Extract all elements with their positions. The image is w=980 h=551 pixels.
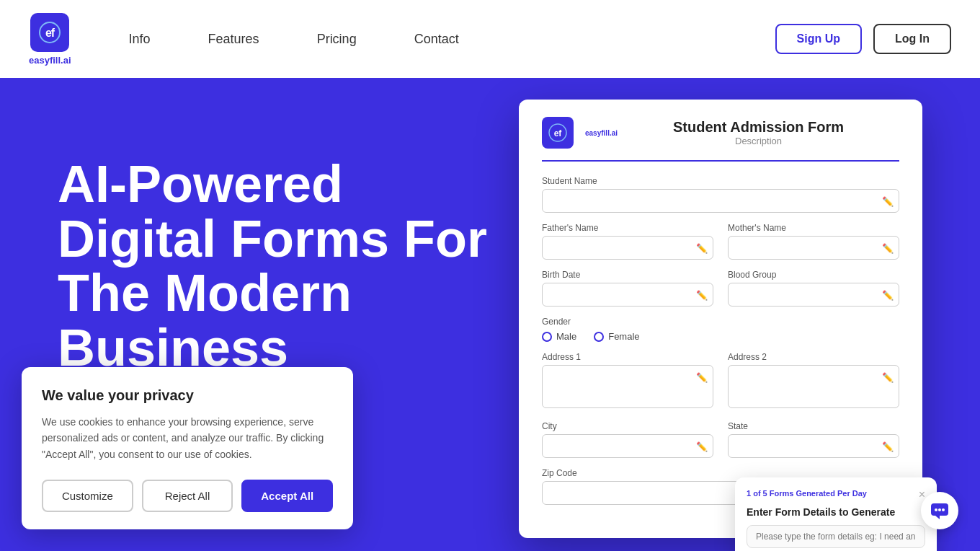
svg-point-7 <box>938 508 941 511</box>
gender-options: Male Female <box>542 331 899 342</box>
gender-male[interactable]: Male <box>542 331 576 342</box>
gender-female[interactable]: Female <box>594 331 639 342</box>
chat-bubble[interactable] <box>921 492 958 529</box>
city-input[interactable] <box>542 434 713 458</box>
father-name-label: Father's Name <box>542 223 713 233</box>
edit-icon: ✏️ <box>882 195 894 206</box>
form-field-gender: Gender Male Female <box>542 317 899 342</box>
nav-contact[interactable]: Contact <box>414 32 459 47</box>
ai-popup-title: Enter Form Details to Generate <box>747 506 925 518</box>
nav-features[interactable]: Features <box>208 32 259 47</box>
zip-label: Zip Code <box>542 468 899 478</box>
address2-label: Address 2 <box>728 352 899 362</box>
radio-female[interactable] <box>594 332 604 342</box>
edit-icon-city: ✏️ <box>696 441 708 451</box>
form-logo-text: easyfill.ai <box>585 129 618 137</box>
svg-text:ef: ef <box>554 128 563 138</box>
signup-button[interactable]: Sign Up <box>775 24 862 54</box>
edit-icon-birth: ✏️ <box>696 289 708 300</box>
form-row-address: Address 1 ✏️ Address 2 ✏️ <box>542 352 899 411</box>
address1-label: Address 1 <box>542 352 713 362</box>
form-field-city: City ✏️ <box>542 421 713 458</box>
mother-name-label: Mother's Name <box>728 223 899 233</box>
state-input[interactable] <box>728 434 899 458</box>
nav-pricing[interactable]: Pricing <box>317 32 357 47</box>
customize-button[interactable]: Customize <box>42 480 133 512</box>
address1-input[interactable] <box>542 365 713 408</box>
nav-info[interactable]: Info <box>129 32 151 47</box>
reject-all-button[interactable]: Reject All <box>142 480 233 512</box>
edit-icon-mother: ✏️ <box>882 242 894 253</box>
login-button[interactable]: Log In <box>873 24 951 54</box>
form-field-blood-group: Blood Group ✏️ <box>728 270 899 307</box>
logo[interactable]: ef easyfill.ai <box>29 13 71 66</box>
form-preview-wrap: ef easyfill.ai Student Admission Form De… <box>504 100 937 538</box>
chat-bubble-icon <box>930 501 950 521</box>
accept-all-button[interactable]: Accept All <box>241 480 333 512</box>
edit-icon-state: ✏️ <box>882 441 894 451</box>
hero-text: AI-Powered Digital Forms For The Modern … <box>58 114 504 404</box>
birth-date-input[interactable] <box>542 283 713 307</box>
edit-icon-addr1: ✏️ <box>696 372 708 383</box>
svg-text:ef: ef <box>45 27 55 39</box>
gender-female-label: Female <box>608 331 639 342</box>
form-field-student-name: Student Name ✏️ <box>542 176 899 213</box>
form-row-parents: Father's Name ✏️ Mother's Name ✏️ <box>542 223 899 260</box>
gender-male-label: Male <box>556 331 576 342</box>
father-name-input[interactable] <box>542 236 713 260</box>
header: ef easyfill.ai Info Features Pricing Con… <box>0 0 980 78</box>
cookie-actions: Customize Reject All Accept All <box>42 480 333 512</box>
cookie-banner: We value your privacy We use cookies to … <box>22 367 353 529</box>
form-row-city-state: City ✏️ State ✏️ <box>542 421 899 458</box>
form-field-address2: Address 2 ✏️ <box>728 352 899 411</box>
form-card: ef easyfill.ai Student Admission Form De… <box>519 100 922 538</box>
hero-title: AI-Powered Digital Forms For The Modern … <box>58 157 504 375</box>
ai-input[interactable] <box>747 525 925 548</box>
form-field-father: Father's Name ✏️ <box>542 223 713 260</box>
ai-popup-header: 1 of 5 Forms Generated Per Day × <box>747 489 925 501</box>
svg-point-8 <box>942 508 945 511</box>
form-field-mother: Mother's Name ✏️ <box>728 223 899 260</box>
form-row-birth-blood: Birth Date ✏️ Blood Group ✏️ <box>542 270 899 307</box>
state-label: State <box>728 421 899 431</box>
form-logo: ef <box>542 117 574 149</box>
header-actions: Sign Up Log In <box>775 24 951 54</box>
radio-male[interactable] <box>542 332 552 342</box>
ai-badge: 1 of 5 Forms Generated Per Day <box>747 489 867 498</box>
logo-icon: ef <box>30 13 69 52</box>
form-field-state: State ✏️ <box>728 421 899 458</box>
edit-icon-father: ✏️ <box>696 242 708 253</box>
mother-name-input[interactable] <box>728 236 899 260</box>
edit-icon-addr2: ✏️ <box>882 372 894 383</box>
form-title: Student Admission Form <box>618 119 899 136</box>
main-nav: Info Features Pricing Contact <box>129 32 775 47</box>
blood-group-label: Blood Group <box>728 270 899 280</box>
gender-label: Gender <box>542 317 899 327</box>
svg-point-6 <box>935 508 937 511</box>
edit-icon-blood: ✏️ <box>882 289 894 300</box>
student-name-input[interactable] <box>542 189 899 213</box>
form-card-header: ef easyfill.ai Student Admission Form De… <box>542 117 899 162</box>
student-name-label: Student Name <box>542 176 899 186</box>
form-title-block: Student Admission Form Description <box>618 119 899 146</box>
form-field-birth-date: Birth Date ✏️ <box>542 270 713 307</box>
logo-text: easyfill.ai <box>29 55 71 66</box>
cookie-title: We value your privacy <box>42 387 333 404</box>
city-label: City <box>542 421 713 431</box>
address2-input[interactable] <box>728 365 899 408</box>
blood-group-input[interactable] <box>728 283 899 307</box>
ai-popup: 1 of 5 Forms Generated Per Day × Enter F… <box>735 477 937 551</box>
svg-marker-5 <box>935 516 940 519</box>
form-description: Description <box>618 136 899 146</box>
form-field-address1: Address 1 ✏️ <box>542 352 713 411</box>
birth-date-label: Birth Date <box>542 270 713 280</box>
cookie-text: We use cookies to enhance your browsing … <box>42 414 333 462</box>
